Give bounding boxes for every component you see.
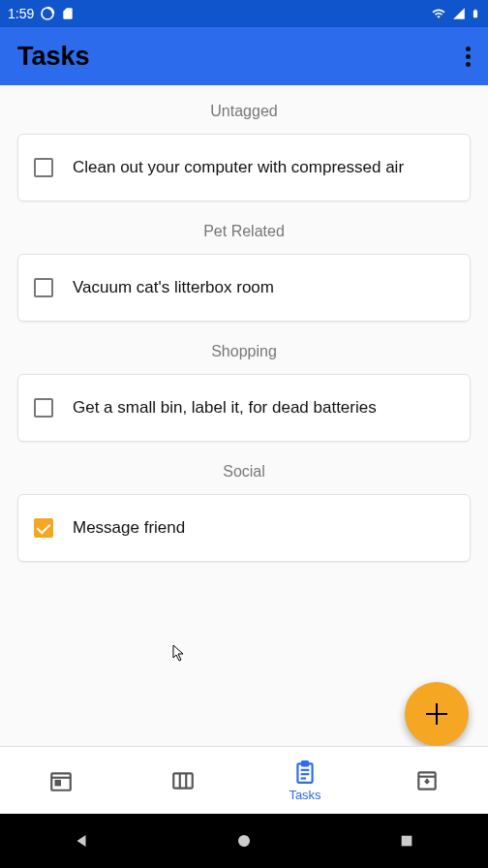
- battery-icon: [471, 6, 480, 21]
- task-label: Vacuum cat's litterbox room: [73, 278, 274, 297]
- clipboard-icon: [292, 760, 318, 785]
- svg-rect-3: [56, 781, 60, 785]
- add-task-fab[interactable]: [405, 682, 469, 746]
- status-bar: 1:59: [0, 0, 488, 27]
- svg-rect-16: [402, 836, 412, 847]
- section-header: Pet Related: [0, 213, 488, 250]
- wifi-icon: [430, 7, 447, 20]
- columns-icon: [170, 768, 196, 793]
- task-checkbox[interactable]: [34, 278, 53, 297]
- sd-card-icon: [61, 6, 75, 21]
- task-list: Untagged Clean out your computer with co…: [0, 85, 488, 562]
- section-header: Social: [0, 453, 488, 490]
- calendar-icon: [48, 768, 74, 793]
- task-card[interactable]: Get a small bin, label it, for dead batt…: [17, 374, 471, 442]
- svg-rect-4: [173, 773, 193, 788]
- mouse-cursor: [172, 644, 186, 662]
- page-title: Tasks: [17, 42, 90, 72]
- section-header: Untagged: [0, 93, 488, 130]
- nav-tab-columns[interactable]: [122, 747, 244, 814]
- svg-point-15: [238, 835, 250, 847]
- nav-tab-tasks[interactable]: Tasks: [244, 747, 366, 814]
- task-checkbox[interactable]: [34, 158, 53, 177]
- back-button[interactable]: [72, 831, 91, 851]
- nav-tab-archive[interactable]: [366, 747, 488, 814]
- task-checkbox[interactable]: [34, 398, 53, 418]
- archive-icon: [414, 768, 440, 793]
- task-card[interactable]: Vacuum cat's litterbox room: [17, 254, 471, 322]
- task-card[interactable]: Message friend: [17, 494, 471, 562]
- overflow-menu-button[interactable]: [466, 46, 471, 67]
- task-label: Get a small bin, label it, for dead batt…: [73, 398, 377, 418]
- system-nav-bar: [0, 814, 488, 868]
- signal-icon: [451, 7, 467, 20]
- task-card[interactable]: Clean out your computer with compressed …: [17, 134, 471, 202]
- bottom-nav: Tasks: [0, 746, 488, 814]
- nav-tab-calendar[interactable]: [0, 747, 122, 814]
- nav-tab-label: Tasks: [289, 788, 320, 802]
- section-header: Shopping: [0, 333, 488, 370]
- task-label: Message friend: [73, 518, 185, 538]
- task-checkbox[interactable]: [34, 518, 53, 538]
- app-bar: Tasks: [0, 27, 488, 85]
- task-label: Clean out your computer with compressed …: [73, 158, 404, 177]
- status-time: 1:59: [8, 6, 34, 21]
- home-button[interactable]: [234, 831, 254, 851]
- recents-button[interactable]: [397, 831, 416, 851]
- svg-rect-8: [302, 761, 309, 765]
- data-saver-icon: [40, 6, 55, 21]
